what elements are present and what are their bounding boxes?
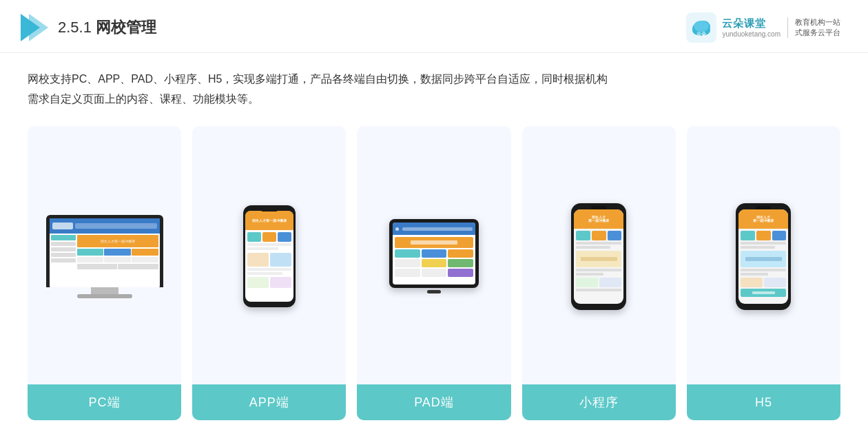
svg-text:云朵: 云朵 bbox=[696, 32, 707, 37]
phone-mockup-mini: 招生人才第一届冲播课 bbox=[571, 203, 626, 310]
card-pc-label: PC端 bbox=[28, 384, 181, 420]
card-miniprogram: 招生人才第一届冲播课 bbox=[522, 126, 676, 420]
monitor-mockup: 招生人才第一届冲播课 bbox=[46, 215, 163, 298]
header: 2.5.1 网校管理 云朵 云朵课堂 yunduoketang.com bbox=[0, 0, 868, 53]
page-title: 2.5.1 网校管理 bbox=[58, 17, 156, 38]
card-pc: 招生人才第一届冲播课 bbox=[28, 126, 181, 420]
card-miniprogram-device: 招生人才第一届冲播课 bbox=[522, 126, 676, 384]
header-divider bbox=[787, 17, 788, 38]
card-h5: 招生人才第一届冲播课 bbox=[687, 126, 840, 420]
content-area: 网校支持PC、APP、PAD、小程序、H5，实现多端打通，产品各终端自由切换，数… bbox=[0, 53, 868, 434]
card-h5-device: 招生人才第一届冲播课 bbox=[687, 126, 840, 384]
header-right: 云朵 云朵课堂 yunduoketang.com 教育机构一站 式服务云平台 bbox=[686, 12, 840, 43]
header-left: 2.5.1 网校管理 bbox=[21, 14, 156, 41]
description-text: 网校支持PC、APP、PAD、小程序、H5，实现多端打通，产品各终端自由切换，数… bbox=[28, 70, 840, 110]
card-pad: PAD端 bbox=[357, 126, 510, 420]
page: 2.5.1 网校管理 云朵 云朵课堂 yunduoketang.com bbox=[0, 0, 868, 434]
cloud-brand-icon: 云朵 bbox=[686, 12, 716, 43]
brand-logo: 云朵 云朵课堂 yunduoketang.com bbox=[686, 12, 781, 43]
svg-point-6 bbox=[694, 21, 709, 32]
card-miniprogram-label: 小程序 bbox=[522, 384, 676, 420]
card-h5-label: H5 bbox=[687, 384, 840, 420]
phone-mockup-app: 招生人才第一届冲播课 bbox=[243, 205, 296, 307]
card-app-device: 招生人才第一届冲播课 bbox=[192, 126, 346, 384]
cards-row: 招生人才第一届冲播课 bbox=[28, 126, 840, 420]
card-app: 招生人才第一届冲播课 bbox=[192, 126, 346, 420]
card-pad-label: PAD端 bbox=[357, 384, 510, 420]
logo-arrow-icon bbox=[21, 14, 48, 41]
card-pc-device: 招生人才第一届冲播课 bbox=[28, 126, 181, 384]
brand-slogan: 教育机构一站 式服务云平台 bbox=[795, 17, 840, 39]
svg-marker-1 bbox=[29, 14, 48, 41]
card-app-label: APP端 bbox=[192, 384, 346, 420]
brand-name: 云朵课堂 bbox=[722, 17, 781, 30]
brand-url: yunduoketang.com bbox=[722, 30, 781, 38]
phone-mockup-h5: 招生人才第一届冲播课 bbox=[736, 203, 791, 310]
brand-text: 云朵课堂 yunduoketang.com bbox=[722, 17, 781, 38]
card-pad-device bbox=[357, 126, 510, 384]
pad-mockup bbox=[389, 219, 479, 293]
